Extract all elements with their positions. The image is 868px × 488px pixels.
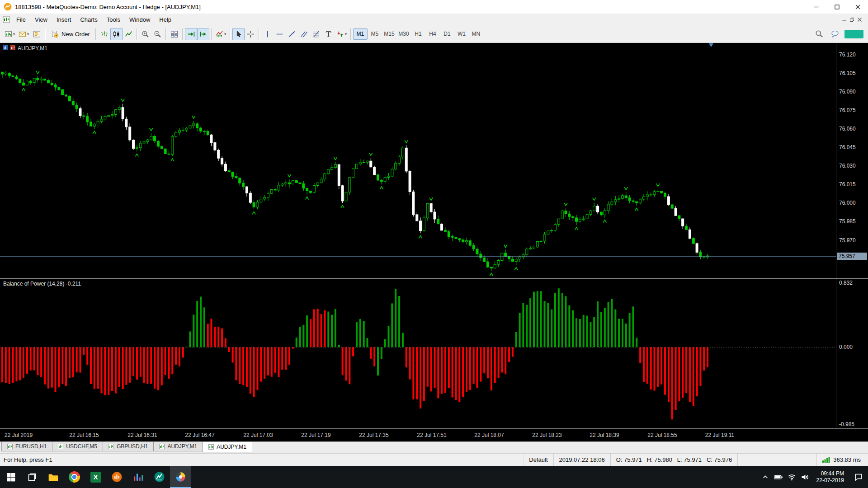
crosshair-button[interactable] [245, 28, 257, 40]
vline-icon [264, 30, 271, 38]
tab-gbpusd-h1[interactable]: GBPUSD,H1 [103, 442, 154, 451]
window-controls [806, 0, 868, 14]
chart-area: AUDJPY,M1 76.12076.10576.09076.07576.060… [0, 43, 868, 441]
menu-help[interactable]: Help [155, 14, 176, 25]
task-view-taskbar-button[interactable] [21, 466, 42, 488]
price-chart[interactable] [0, 43, 836, 278]
cursor-button[interactable] [232, 28, 245, 40]
action-center-button[interactable] [849, 466, 868, 488]
profiles-icon [19, 30, 26, 38]
bop-indicator-chart[interactable] [0, 279, 836, 428]
vertical-line-button[interactable] [261, 28, 274, 40]
tab-audjpy-m1[interactable]: AUDJPY,M1 [203, 442, 252, 452]
mdi-close-button[interactable] [858, 18, 862, 22]
chart-system-menu-icon[interactable] [2, 16, 11, 23]
timeframe-h4-button[interactable]: H4 [425, 28, 440, 40]
trendline-button[interactable] [286, 28, 298, 40]
channel-icon [300, 30, 308, 38]
wifi-icon[interactable] [785, 466, 798, 488]
timeframe-h1-button[interactable]: H1 [411, 28, 425, 40]
indicator-axis[interactable]: 0.8320.000-0.985 [836, 279, 868, 428]
timeframe-m1-button[interactable]: M1 [353, 28, 368, 40]
chrome-taskbar-button[interactable] [64, 466, 85, 488]
text-label-button[interactable] [322, 28, 335, 40]
arrow-objects-button[interactable]: ▾ [335, 28, 349, 40]
mdi-window-controls [842, 18, 866, 22]
zoom-out-icon [154, 30, 161, 38]
chevron-down-icon: ▾ [27, 32, 29, 36]
status-profile[interactable]: Default [523, 454, 553, 466]
timeframe-m15-button[interactable]: M15 [382, 28, 396, 40]
battery-icon[interactable] [772, 466, 785, 488]
tab-label: USDCHF,M5 [66, 443, 97, 450]
new-order-button[interactable]: New Order [47, 28, 94, 40]
timeframe-m30-button[interactable]: M30 [396, 28, 411, 40]
menu-insert[interactable]: Insert [52, 14, 76, 25]
new-chart-button[interactable]: ▾ [3, 28, 17, 40]
equidistant-channel-button[interactable] [298, 28, 310, 40]
mdi-minimize-button[interactable] [842, 18, 846, 22]
folder-icon [47, 471, 59, 483]
search-button[interactable] [813, 28, 825, 40]
hline-icon [276, 30, 283, 38]
tile-windows-button[interactable] [168, 28, 180, 40]
candlestick-chart-button[interactable] [110, 28, 123, 40]
tab-label: EURUSD,H1 [15, 443, 47, 450]
indicator-axis-label: -0.985 [839, 421, 854, 427]
tray-time: 09:44 PM [816, 470, 844, 477]
time-axis-label: 22 Jul 17:03 [243, 432, 273, 438]
fibonacci-retracement-button[interactable] [310, 28, 322, 40]
market-watch-button[interactable] [31, 28, 43, 40]
chart-app-taskbar-button[interactable] [127, 466, 149, 488]
start-taskbar-button[interactable] [0, 466, 21, 488]
zoom-out-button[interactable] [151, 28, 164, 40]
price-axis[interactable]: 76.12076.10576.09076.07576.06076.04576.0… [836, 43, 868, 278]
menu-charts[interactable]: Charts [75, 14, 102, 25]
menu-tools[interactable]: Tools [102, 14, 125, 25]
profiles-button[interactable]: ▾ [17, 28, 31, 40]
taskbar-apps: X [0, 466, 191, 488]
menu-view[interactable]: View [30, 14, 52, 25]
toolbar-separator [350, 28, 351, 40]
timeframe-w1-button[interactable]: W1 [454, 28, 469, 40]
chart-shift-button[interactable] [197, 28, 209, 40]
close-button[interactable] [847, 0, 868, 14]
volume-icon[interactable] [798, 466, 811, 488]
metatrader-setup-taskbar-button[interactable] [170, 466, 191, 488]
horizontal-line-button[interactable] [274, 28, 286, 40]
fibo-icon [312, 30, 320, 38]
menu-window[interactable]: Window [125, 14, 155, 25]
timeframe-m5-button[interactable]: M5 [368, 28, 382, 40]
tab-label: AUDJPY,M1 [217, 444, 246, 450]
chevron-up-icon[interactable] [759, 466, 772, 488]
metatrader-taskbar-button[interactable] [149, 466, 170, 488]
community-chat-button[interactable] [829, 28, 841, 40]
chart-tab-bar: EURUSD,H1USDCHF,M5GBPUSD,H1AUDJPY,M1AUDJ… [0, 441, 868, 453]
auto-scroll-button[interactable] [185, 28, 197, 40]
timeframe-mn-button[interactable]: MN [469, 28, 483, 40]
promo-banner[interactable] [844, 30, 863, 38]
zoom-in-button[interactable] [139, 28, 151, 40]
tab-audjpy-m1[interactable]: AUDJPY,M1 [153, 442, 203, 451]
tray-clock[interactable]: 09:44 PM 22-07-2019 [811, 470, 849, 484]
toolbar-separator [182, 28, 183, 40]
indicators-list-button[interactable]: ▾ [214, 28, 228, 40]
metatrader-icon [154, 471, 165, 483]
mdi-restore-button[interactable] [850, 18, 854, 22]
minimize-button[interactable] [806, 0, 826, 14]
button-label: New Order [61, 31, 90, 38]
tab-eurusd-h1[interactable]: EURUSD,H1 [1, 442, 52, 451]
stocks-app-taskbar-button[interactable] [106, 466, 127, 488]
tab-usdchf-m5[interactable]: USDCHF,M5 [52, 442, 103, 451]
timeframe-d1-button[interactable]: D1 [440, 28, 454, 40]
maximize-button[interactable] [826, 0, 847, 14]
system-tray: 09:44 PM 22-07-2019 [759, 466, 868, 488]
bar-chart-button[interactable] [98, 28, 110, 40]
crosshair-icon [247, 30, 255, 38]
excel-taskbar-button[interactable]: X [85, 466, 106, 488]
time-axis[interactable]: 22 Jul 201922 Jul 16:1522 Jul 16:3122 Ju… [0, 428, 868, 441]
status-connection: 363.83 ms [816, 454, 868, 466]
file-explorer-taskbar-button[interactable] [42, 466, 64, 488]
menu-file[interactable]: File [12, 14, 30, 25]
line-chart-button[interactable] [123, 28, 135, 40]
